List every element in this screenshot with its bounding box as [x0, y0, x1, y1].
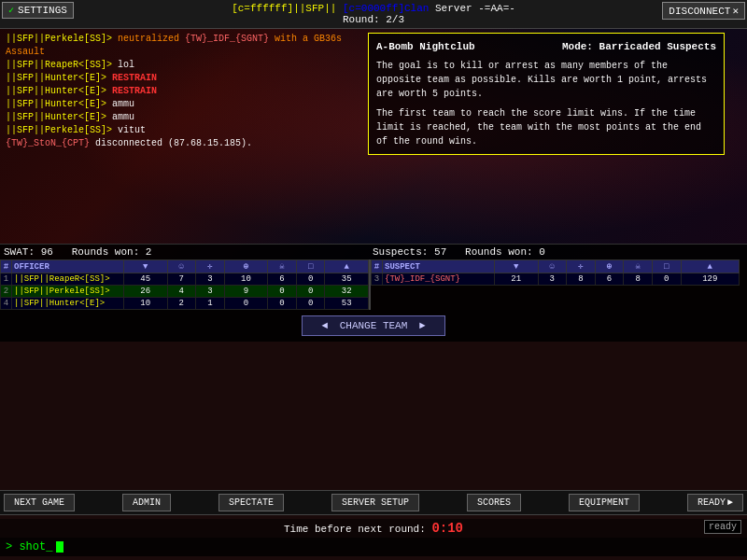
title-part2: [c=0000ff]Clan — [343, 3, 435, 14]
close-icon: ✕ — [732, 5, 739, 17]
swat-label: SWAT: — [4, 246, 35, 258]
team-headers: SWAT: 96 Rounds won: 2 Suspects: 57 Roun… — [0, 245, 747, 259]
top-bar: ✓ SETTINGS [c=ffffff]||SFP|| [c=0000ff]C… — [0, 0, 747, 29]
col-shots-header: ✛ — [196, 260, 225, 273]
chat-name-sfp: ||SFP||Perkele[SS]> — [6, 34, 112, 44]
scores-button[interactable]: SCORES — [467, 494, 521, 511]
chat-action-text: neutralized — [118, 34, 185, 44]
chat-line-3: ||SFP||Hunter<[E]> RESTRAIN — [6, 72, 359, 85]
game-mode: Mode: Barricaded Suspects — [562, 39, 716, 55]
col-ping-header: ▲ — [325, 260, 369, 273]
player-score: 26 — [124, 286, 168, 298]
ready-arrow-icon: ► — [727, 497, 733, 508]
col-num-header: # — [1, 260, 12, 273]
chat-line-6: ||SFP||Hunter<[E]> ammu — [6, 111, 359, 124]
main-area: ||SFP||Perkele[SS]> neutralized {TW}_IDF… — [0, 29, 747, 244]
admin-button[interactable]: ADMIN — [122, 494, 171, 511]
row-num: 3 — [372, 273, 383, 286]
server-title: [c=ffffff]||SFP|| [c=0000ff]Clan Server … — [0, 3, 747, 14]
col-score-header: ▼ — [495, 260, 539, 273]
info-desc1: The goal is to kill or arrest as many me… — [376, 59, 716, 101]
console-prompt: > shot_ — [6, 540, 52, 553]
col-deaths-header: ☠ — [624, 260, 653, 273]
row-num: 4 — [1, 298, 12, 310]
col-arrests-header: ☺ — [167, 260, 196, 273]
chat-line-4: ||SFP||Hunter<[E]> RESTRAIN — [6, 85, 359, 98]
console-cursor — [56, 541, 63, 553]
scores-section: SWAT: 96 Rounds won: 2 Suspects: 57 Roun… — [0, 244, 747, 310]
suspects-header: Suspects: 57 Rounds won: 0 — [373, 246, 741, 258]
swat-row-2: 2 ||SFP||Perkele[SS]> 26 4 3 9 0 0 32 — [1, 286, 369, 298]
score-tables: # OFFICER ▼ ☺ ✛ ⊕ ☠ □ ▲ 1 ||SFP||ReapeR< — [0, 259, 747, 310]
bottom-toolbar: NEXT GAME ADMIN SPECTATE SERVER SETUP SC… — [0, 490, 747, 515]
col-tk-header: □ — [653, 260, 682, 273]
game-info-box: A-Bomb Nightclub Mode: Barricaded Suspec… — [368, 33, 725, 155]
swat-rounds-label: Rounds won: — [59, 246, 145, 258]
chat-line-7: ||SFP||Perkele[SS]> vitut — [6, 124, 359, 137]
ready-status-badge: ready — [704, 520, 741, 534]
change-team-area: ◄ CHANGE TEAM ► — [0, 310, 747, 342]
arrow-left-icon: ◄ — [321, 320, 328, 331]
suspects-label: Suspects: — [373, 246, 428, 258]
spectate-button[interactable]: SPECTATE — [218, 494, 284, 511]
map-location: A-Bomb Nightclub — [376, 39, 475, 55]
row-num: 2 — [1, 286, 12, 298]
col-deaths-header: ☠ — [268, 260, 297, 273]
arrow-right-icon: ► — [419, 320, 426, 331]
player-score: 21 — [495, 273, 539, 286]
row-num: 1 — [1, 273, 12, 286]
ready-label: READY — [698, 497, 726, 508]
server-setup-button[interactable]: SERVER SETUP — [331, 494, 419, 511]
col-shots-header: ✛ — [567, 260, 596, 273]
player-score: 10 — [124, 298, 168, 310]
title-part1: [c=ffffff]||SFP|| — [232, 3, 343, 14]
player-score: 45 — [124, 273, 168, 286]
col-suspect-header: SUSPECT — [383, 260, 495, 273]
equipment-button[interactable]: EQUIPMENT — [569, 494, 640, 511]
ready-button[interactable]: READY ► — [687, 494, 743, 511]
info-header: A-Bomb Nightclub Mode: Barricaded Suspec… — [376, 39, 716, 55]
info-panel: A-Bomb Nightclub Mode: Barricaded Suspec… — [364, 29, 728, 244]
col-hits-header: ⊕ — [224, 260, 268, 273]
col-tk-header: □ — [296, 260, 325, 273]
suspects-rounds: 0 — [539, 246, 545, 258]
chat-panel: ||SFP||Perkele[SS]> neutralized {TW}_IDF… — [0, 29, 364, 244]
col-arrests-header: ☺ — [538, 260, 567, 273]
next-game-button[interactable]: NEXT GAME — [4, 494, 75, 511]
console-line: > shot_ — [0, 538, 747, 556]
disconnect-button[interactable]: DISCONNECT ✕ — [662, 2, 745, 20]
col-officer-header: OFFICER — [12, 260, 124, 273]
round-info: Round: 2/3 — [0, 14, 747, 25]
chat-line-5: ||SFP||Hunter<[E]> ammu — [6, 98, 359, 111]
change-team-button[interactable]: ◄ CHANGE TEAM ► — [302, 315, 444, 336]
suspects-rounds-label: Rounds won: — [453, 246, 539, 258]
player-name: ||SFP||Perkele[SS]> — [12, 286, 124, 298]
swat-header: SWAT: 96 Rounds won: 2 — [4, 246, 373, 258]
countdown-timer: 0:10 — [431, 521, 463, 536]
check-icon: ✓ — [8, 5, 14, 16]
status-bar: Time before next round: 0:10 — [0, 519, 747, 538]
col-ping-header: ▲ — [681, 260, 739, 273]
suspects-table: # SUSPECT ▼ ☺ ✛ ⊕ ☠ □ ▲ 3 {TW}_IDF_{SGNT — [371, 259, 740, 310]
time-text: Time before next round: — [284, 524, 426, 535]
chat-line-1: ||SFP||Perkele[SS]> neutralized {TW}_IDF… — [6, 33, 359, 59]
info-desc2: The first team to reach the score limit … — [376, 106, 716, 148]
swat-score: 96 — [41, 246, 53, 258]
swat-row-3: 4 ||SFP||Hunter<[E]> 10 2 1 0 0 0 53 — [1, 298, 369, 310]
change-team-label: CHANGE TEAM — [340, 320, 408, 331]
player-name: ||SFP||ReapeR<[SS]> — [12, 273, 124, 286]
col-hits-header: ⊕ — [595, 260, 624, 273]
swat-table: # OFFICER ▼ ☺ ✛ ⊕ ☠ □ ▲ 1 ||SFP||ReapeR< — [0, 259, 369, 310]
swat-row-1: 1 ||SFP||ReapeR<[SS]> 45 7 3 10 6 0 35 — [1, 273, 369, 286]
chat-line-2: ||SFP||ReapeR<[SS]> lol — [6, 59, 359, 72]
settings-label: SETTINGS — [18, 5, 67, 16]
title-part3: Server -=AA=- — [435, 3, 515, 14]
suspects-score: 57 — [434, 246, 446, 258]
suspect-row-1: 3 {TW}_IDF_{SGNT} 21 3 8 6 8 0 129 — [372, 273, 740, 286]
swat-rounds: 2 — [146, 246, 152, 258]
player-name: ||SFP||Hunter<[E]> — [12, 298, 124, 310]
col-score-header: ▼ — [124, 260, 168, 273]
player-name: {TW}_IDF_{SGNT} — [383, 273, 495, 286]
chat-line-8: {TW}_StoN_{CPT} disconnected (87.68.15.1… — [6, 137, 359, 150]
settings-button[interactable]: ✓ SETTINGS — [2, 2, 74, 19]
